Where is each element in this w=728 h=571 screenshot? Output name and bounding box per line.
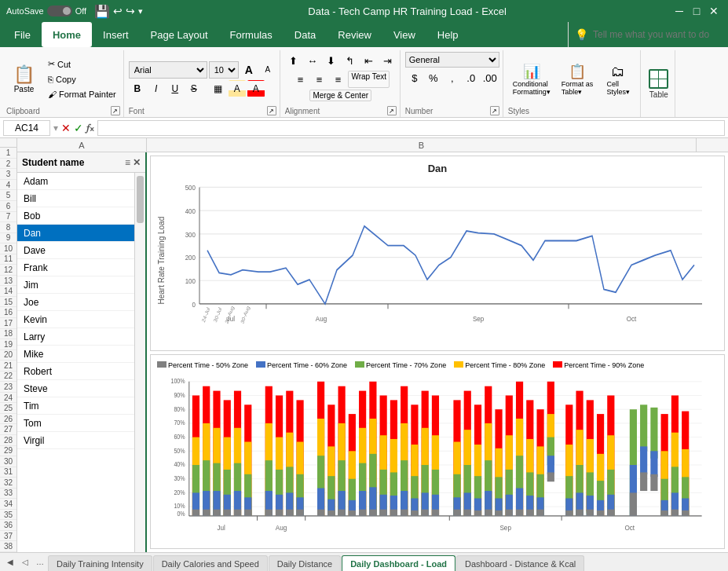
cell-reference-input[interactable] (3, 120, 50, 136)
formula-confirm[interactable]: ✓ (74, 122, 83, 134)
tell-me-input[interactable] (593, 29, 719, 40)
menu-view[interactable]: View (382, 22, 426, 47)
font-expand[interactable]: ↗ (267, 106, 276, 115)
cell-styles-btn[interactable]: 🗂 CellStyles▾ (599, 61, 637, 98)
redo-btn[interactable]: ↪ (126, 5, 135, 17)
tab-daily-distance[interactable]: Daily Distance (269, 555, 341, 571)
format-as-table-btn[interactable]: 📋 Format as Table▾ (557, 60, 598, 98)
formula-input[interactable] (97, 120, 725, 136)
number-format-select[interactable]: General (405, 52, 499, 68)
student-mike[interactable]: Mike (17, 346, 145, 363)
student-larry[interactable]: Larry (17, 328, 145, 346)
tab-prev-btn[interactable]: ◀ (3, 555, 17, 569)
conditional-formatting-btn[interactable]: 📊 ConditionalFormatting▾ (508, 60, 555, 98)
row-37: 37 (0, 531, 16, 542)
align-right[interactable]: ≡ (329, 71, 346, 88)
student-virgil[interactable]: Virgil ▾ (17, 432, 145, 449)
indent-increase[interactable]: ⇥ (379, 52, 397, 69)
percent-format[interactable]: % (425, 69, 442, 86)
underline-button[interactable]: U (166, 80, 184, 97)
align-top[interactable]: ⬆ (285, 52, 302, 69)
menu-insert[interactable]: Insert (92, 22, 140, 47)
student-joe[interactable]: Joe (17, 294, 145, 311)
comma-format[interactable]: , (444, 69, 461, 86)
increase-decimal[interactable]: .0 (463, 69, 480, 86)
cell-styles-label: CellStyles▾ (607, 80, 631, 96)
menu-home[interactable]: Home (42, 22, 92, 47)
clipboard-expand[interactable]: ↗ (111, 106, 120, 115)
font-name-select[interactable]: Arial (129, 61, 207, 79)
student-dan[interactable]: Dan (17, 225, 145, 242)
align-left[interactable]: ≡ (291, 71, 309, 88)
student-kevin[interactable]: Kevin (17, 311, 145, 328)
formula-expand-icon[interactable]: ▾ (53, 123, 58, 134)
strikethrough-button[interactable]: S (185, 80, 203, 97)
tab-first-btn[interactable]: ◁ (18, 555, 32, 569)
student-bill[interactable]: Bill (17, 190, 145, 207)
alignment-expand[interactable]: ↗ (387, 106, 397, 115)
font-size-increase[interactable]: A (240, 61, 258, 79)
menu-review[interactable]: Review (327, 22, 382, 47)
row-24: 24 (0, 393, 16, 404)
svg-text:30-Aug: 30-Aug (240, 305, 251, 325)
paste-button[interactable]: 📋 Paste (6, 57, 42, 101)
svg-text:50%: 50% (174, 447, 185, 455)
copy-button[interactable]: ⎘ Copy (44, 72, 120, 86)
align-middle[interactable]: ↔ (304, 52, 321, 69)
decrease-decimal[interactable]: .00 (481, 69, 499, 86)
accounting-format[interactable]: $ (406, 69, 423, 86)
wrap-text-btn[interactable]: Wrap Text (348, 71, 390, 88)
bold-button[interactable]: B (129, 80, 146, 97)
tab-dashboard-distance[interactable]: Dashboard - Distance & Kcal (456, 555, 584, 571)
tab-daily-training[interactable]: Daily Training Intensity (48, 555, 152, 571)
col-b-onward: B (147, 138, 697, 152)
menu-data[interactable]: Data (284, 22, 327, 47)
cut-button[interactable]: ✂ Cut (44, 57, 120, 71)
close-btn[interactable]: ✕ (706, 3, 722, 19)
tab-daily-calories[interactable]: Daily Calories and Speed (153, 555, 268, 571)
student-dave[interactable]: Dave (17, 242, 145, 259)
minimize-btn[interactable]: ─ (671, 3, 687, 19)
font-size-decrease[interactable]: A (259, 61, 276, 79)
student-list: Adam Bill Bob Dan Dave Frank Jim Joe Kev… (17, 173, 145, 552)
legend-60: Percent Time - 60% Zone (256, 361, 347, 369)
row-19: 19 (0, 339, 16, 350)
close-filter-icon[interactable]: ✕ (133, 157, 141, 168)
student-steve[interactable]: Steve (17, 380, 145, 397)
italic-button[interactable]: I (148, 80, 165, 97)
row-2: 2 (0, 159, 16, 170)
save-icon[interactable]: 💾 (94, 4, 110, 19)
font-size-select[interactable]: 10 (209, 61, 239, 79)
student-adam[interactable]: Adam (17, 173, 145, 190)
student-frank[interactable]: Frank (17, 259, 145, 276)
student-robert[interactable]: Robert (17, 363, 145, 380)
align-bottom[interactable]: ⬇ (323, 52, 340, 69)
text-direction[interactable]: ↰ (342, 52, 359, 69)
fill-color-button[interactable]: A (229, 80, 246, 97)
row-35: 35 (0, 510, 16, 521)
function-icon[interactable]: 𝑓ₓ (86, 122, 94, 134)
maximize-btn[interactable]: □ (689, 3, 704, 19)
tab-daily-dashboard[interactable]: Daily Dashboard - Load (342, 555, 455, 571)
number-expand[interactable]: ↗ (490, 106, 499, 115)
tab-more-btn[interactable]: … (33, 555, 47, 569)
student-tim[interactable]: Tim (17, 397, 145, 415)
merge-center-btn[interactable]: Merge & Center (309, 90, 371, 101)
menu-help[interactable]: Help (426, 22, 470, 47)
menu-page-layout[interactable]: Page Layout (140, 22, 219, 47)
indent-decrease[interactable]: ⇤ (360, 52, 378, 69)
undo-btn[interactable]: ↩ (113, 5, 123, 17)
filter-icon[interactable]: ≡ (125, 157, 130, 168)
menu-formulas[interactable]: Formulas (219, 22, 284, 47)
align-center[interactable]: ≡ (310, 71, 327, 88)
student-tom[interactable]: Tom (17, 415, 145, 432)
student-jim[interactable]: Jim (17, 276, 145, 294)
border-button[interactable]: ▦ (210, 80, 227, 97)
student-scrollbar[interactable] (134, 173, 145, 552)
formula-cancel[interactable]: ✕ (61, 122, 71, 134)
autosave-toggle[interactable] (47, 5, 72, 16)
student-bob[interactable]: Bob (17, 207, 145, 225)
font-color-button[interactable]: A (247, 80, 265, 97)
menu-file[interactable]: File (3, 22, 42, 47)
format-painter-button[interactable]: 🖌 Format Painter (44, 87, 120, 101)
